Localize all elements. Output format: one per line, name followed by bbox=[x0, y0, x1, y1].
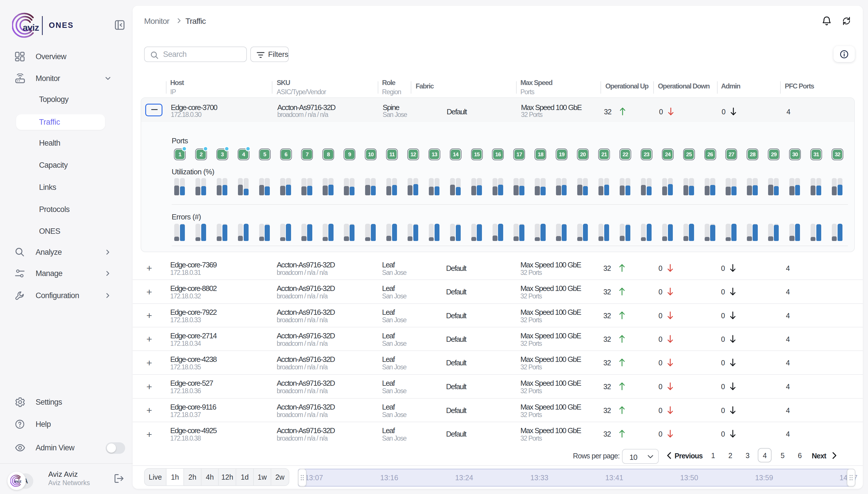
svg-text:aviz: aviz bbox=[14, 479, 21, 483]
